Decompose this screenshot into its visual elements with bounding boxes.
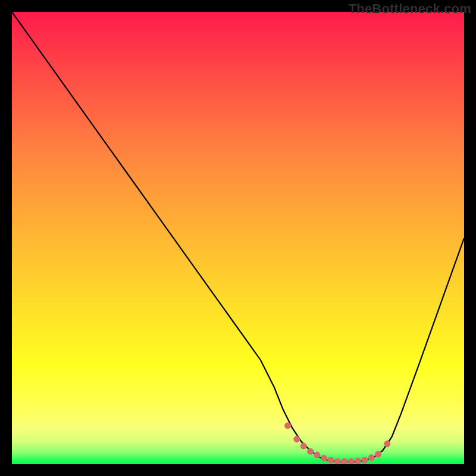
marker-dot [348, 458, 355, 464]
marker-dot [293, 436, 300, 443]
watermark-text: TheBottleneck.com [349, 1, 471, 17]
marker-dot [321, 455, 327, 462]
chart-container: TheBottleneck.com [0, 0, 476, 476]
marker-dot [368, 455, 375, 461]
marker-dot [341, 458, 347, 464]
chart-svg [12, 12, 464, 464]
marker-dot [327, 457, 334, 464]
marker-dot [314, 452, 321, 458]
plot-area [12, 12, 464, 464]
marker-dot [300, 443, 307, 449]
marker-dot [375, 451, 381, 458]
marker-dot [307, 448, 314, 455]
marker-dot [384, 440, 390, 447]
curve-line [12, 12, 464, 462]
highlight-markers [284, 422, 390, 464]
marker-dot [361, 457, 368, 464]
marker-dot [355, 458, 361, 464]
marker-dot [284, 422, 291, 429]
marker-dot [334, 458, 341, 464]
